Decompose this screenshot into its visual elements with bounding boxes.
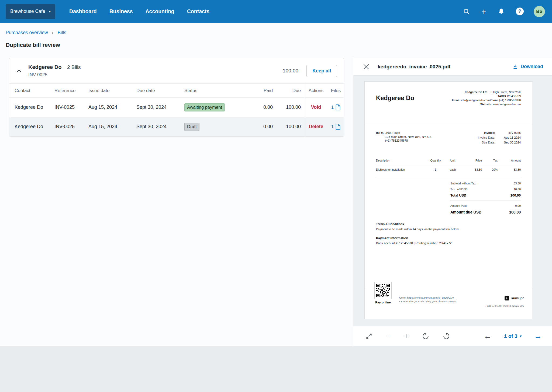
pay-online-label: Pay online [370,301,396,304]
pdf-viewport[interactable]: Kedgeree Do Kedgeree Do Ltd3 High Street… [353,76,552,326]
preview-header: kedgereedo_invoice_0025.pdf Download [353,58,552,76]
expand-icon [366,333,372,340]
total-value: 100.00 [510,194,521,197]
bill-to-phone: (+1) 7812345678 [385,139,432,142]
rotate-cw-icon [443,333,450,340]
help-button[interactable]: ? [515,6,525,16]
rotate-ccw-icon [422,333,429,340]
tax-of-label: of 83.30 [457,188,467,191]
download-link[interactable]: Download [513,64,543,69]
breadcrumb-purchases-overview[interactable]: Purchases overview [6,30,48,36]
bill-to-label: Bill to: [376,132,384,135]
page-title: Duplicate bill review [6,42,60,48]
payment-info-text: Bank account #: 12345678 | Routing numbe… [376,242,451,245]
payment-link-block: Go to: https://invoice.sumup.com/s/_dpQc… [399,296,457,303]
top-nav: Brewhouse Cafe ▾ Dashboard Business Acco… [0,0,552,23]
invoice-meta-block: Invoice: INV-0025 Invoice Date: Aug 15 2… [478,131,521,146]
tax-value: 16.60 [514,188,521,191]
search-icon [463,8,470,15]
files-link[interactable]: 1 [328,98,344,117]
bill-table-header: Contact Reference Issue date Due date St… [9,83,344,97]
org-switcher[interactable]: Brewhouse Cafe ▾ [6,4,55,19]
group-reference: INV-0025 [28,72,81,78]
row-due: 100.00 [274,124,304,130]
table-row[interactable]: Kedgeree Do INV-0025 Aug 15, 2024 Sept 3… [9,97,344,117]
item-amount: 83.30 [498,168,521,171]
company-email: info@kedgereedo.com [461,99,490,102]
item-col-tax: Tax [482,159,498,162]
nav-accounting[interactable]: Accounting [145,8,174,15]
rotate-left-button[interactable] [421,332,430,341]
row-due: 100.00 [274,104,304,110]
collapse-group-button[interactable] [15,67,24,75]
group-contact-name: Kedgeree Do [28,64,61,70]
breadcrumb-bills[interactable]: Bills [58,30,66,36]
rotate-right-button[interactable] [442,332,451,341]
subtotal-label: Subtotal without Tax [450,182,476,185]
invoice-company-logo: Kedgeree Do [376,94,414,102]
primary-nav: Dashboard Business Accounting Contacts [69,8,209,15]
search-button[interactable] [462,7,471,16]
bill-group-header: Kedgeree Do 2 Bills INV-0025 100.00 Keep… [9,58,344,83]
void-button[interactable]: Void [309,104,323,110]
sumup-brand: sumup° [505,296,524,300]
subtotal-value: 83.30 [514,182,521,185]
chevron-down-icon: ▾ [520,334,522,338]
item-unit: each [444,168,461,171]
create-new-button[interactable]: + [480,7,488,16]
col-contact: Contact [9,88,54,93]
bill-to-block: Jane Smith 123 Main Street, New York, NY… [385,131,432,142]
items-divider-top [376,164,521,164]
invoice-number: INV-0025 [495,131,521,134]
nav-business[interactable]: Business [109,8,133,15]
col-status: Status [184,88,247,93]
page-indicator-dropdown[interactable]: 1 of 3 ▾ [502,333,523,340]
fullscreen-button[interactable] [365,332,373,341]
col-reference: Reference [54,88,88,93]
amount-paid-label: Amount Paid [450,204,467,207]
zoom-out-button[interactable]: − [385,331,391,341]
group-bill-count: 2 Bills [67,64,81,70]
payment-link[interactable]: https://invoice.sumup.com/s/_dpQcQ1jy [407,296,454,299]
company-phone: (+1) 1234567890 [499,99,521,102]
item-tax: 20% [482,168,498,171]
totals-divider [450,201,521,201]
delete-button[interactable]: Delete [307,124,325,130]
item-description: Dishwasher installation [376,168,427,171]
company-legal-name: Kedgeree Do Ltd [465,90,488,94]
col-due-date: Due date [136,88,184,93]
invoice-date-label: Invoice Date: [478,136,495,139]
pdf-page: Kedgeree Do Kedgeree Do Ltd3 High Street… [364,81,532,319]
invoice-header-divider [365,124,532,124]
nav-dashboard[interactable]: Dashboard [69,8,97,15]
previous-page-button[interactable]: ← [483,331,492,341]
terms-title: Terms & Conditions [376,222,404,226]
zoom-in-button[interactable]: + [403,331,409,341]
qr-code-box [374,282,392,299]
invoice-page-info: Page 1 of 1 for invoice #2021-005 [485,304,524,307]
close-preview-button[interactable] [363,63,370,70]
files-link[interactable]: 1 [328,117,344,136]
table-row[interactable]: Kedgeree Do INV-0025 Aug 15, 2024 Sept 3… [9,117,344,136]
keep-all-button[interactable]: Keep all [306,65,337,77]
app-window: Brewhouse Cafe ▾ Dashboard Business Acco… [0,0,552,392]
due-date-label: Due Date: [482,141,495,144]
bill-to-name: Jane Smith [385,131,432,135]
download-label: Download [520,64,543,69]
nav-contacts[interactable]: Contacts [187,8,209,15]
col-paid: Paid [247,88,274,93]
org-name: Brewhouse Cafe [10,9,45,14]
bell-icon [498,8,505,15]
bill-group-titles: Kedgeree Do 2 Bills INV-0025 [28,64,81,78]
breadcrumb: Purchases overview › Bills [6,30,66,36]
file-icon [336,124,340,130]
avatar[interactable]: BS [534,6,545,17]
group-total-amount: 100.00 [283,68,298,74]
notifications-button[interactable] [496,7,506,16]
close-icon [364,64,369,69]
next-page-button[interactable]: → [533,331,543,341]
file-icon [336,104,340,110]
arrow-left-icon: ← [484,332,491,340]
item-quantity: 1 [427,168,444,171]
item-col-price: Price [461,159,482,162]
